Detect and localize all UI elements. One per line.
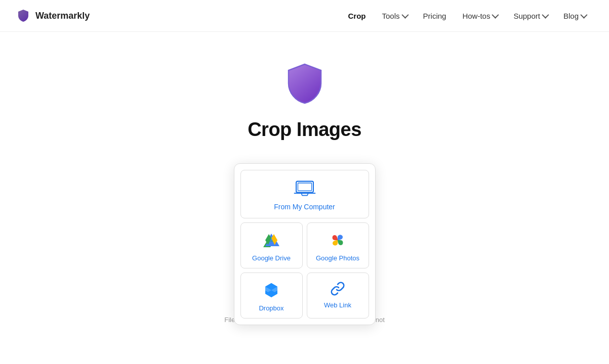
nav-item-blog[interactable]: Blog [556, 8, 593, 24]
upload-popup: From My Computer [234, 163, 376, 325]
google-drive-label: Google Drive [252, 254, 291, 262]
upload-row-2: Dropbox Web Link [240, 272, 369, 318]
logo-area[interactable]: Watermarkly [16, 9, 90, 23]
google-drive-button[interactable]: Google Drive [240, 222, 303, 268]
google-drive-icon [262, 231, 280, 249]
google-photos-icon [329, 231, 347, 249]
nav-item-tools[interactable]: Tools [375, 8, 414, 24]
main-content: Crop Images Files are processed entirely… [0, 32, 609, 364]
web-link-button[interactable]: Web Link [307, 272, 369, 318]
google-photos-button[interactable]: Google Photos [307, 222, 369, 268]
chevron-down-icon [492, 12, 499, 19]
shield-container [285, 62, 325, 110]
nav-item-crop[interactable]: Crop [341, 8, 373, 24]
from-computer-button[interactable]: From My Computer [240, 170, 369, 218]
chevron-down-icon [542, 12, 549, 19]
nav-item-pricing[interactable]: Pricing [416, 8, 454, 24]
laptop-icon [294, 179, 316, 198]
svg-rect-1 [298, 183, 311, 191]
dropbox-label: Dropbox [259, 304, 283, 312]
nav-item-howtos[interactable]: How-tos [455, 8, 504, 24]
from-computer-label: From My Computer [274, 203, 335, 211]
header: Watermarkly Crop Tools Pricing How-tos S… [0, 0, 609, 32]
nav-item-support[interactable]: Support [506, 8, 554, 24]
logo-icon [16, 9, 30, 23]
shield-icon [285, 62, 325, 108]
chevron-down-icon [580, 12, 587, 19]
google-photos-label: Google Photos [316, 254, 359, 262]
web-link-icon [330, 281, 345, 296]
dropbox-button[interactable]: Dropbox [240, 272, 303, 318]
logo-text: Watermarkly [35, 11, 90, 21]
web-link-label: Web Link [324, 301, 351, 309]
dropbox-icon [264, 281, 279, 299]
chevron-down-icon [401, 12, 409, 19]
upload-row-1: Google Drive Google Photos [240, 222, 369, 268]
main-nav: Crop Tools Pricing How-tos Support Blog [341, 8, 593, 24]
page-title: Crop Images [248, 119, 361, 141]
